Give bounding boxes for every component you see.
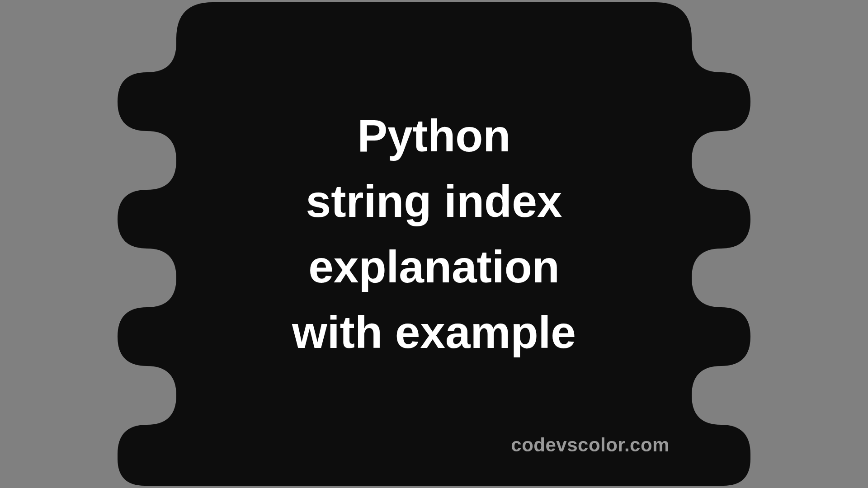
title-line-4: with example [292,307,576,357]
title-line-2: string index [306,176,562,226]
canvas: Python string index explanation with exa… [0,0,868,488]
watermark-text: codevscolor.com [511,434,670,456]
title-text: Python string index explanation with exa… [292,103,576,365]
title-line-3: explanation [308,241,560,292]
title-line-1: Python [358,110,511,161]
